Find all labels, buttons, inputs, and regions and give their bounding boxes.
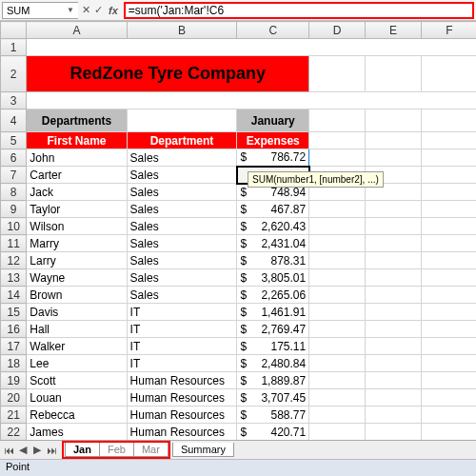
cell[interactable]: $2,431.04 [237, 235, 309, 252]
name-box[interactable]: SUM ▼ [2, 2, 78, 19]
subhead-january[interactable]: January [237, 109, 309, 132]
row-header[interactable]: 19 [1, 372, 27, 389]
cell[interactable]: Sales [127, 149, 237, 167]
cell[interactable]: $420.71 [237, 424, 309, 441]
column-header-F[interactable]: F [422, 22, 476, 39]
row-header[interactable]: 13 [1, 269, 27, 287]
cell[interactable]: $175.11 [237, 338, 309, 355]
column-header-C[interactable]: C [237, 22, 309, 39]
sheet-tab-mar[interactable]: Mar [133, 443, 169, 457]
cell[interactable]: Human Resources [127, 407, 237, 424]
row-header[interactable]: 2 [1, 56, 27, 92]
formula-tooltip: SUM(number1, [number2], ...) [248, 171, 384, 188]
row-header[interactable]: 4 [1, 109, 27, 132]
cell[interactable]: Larry [27, 252, 127, 269]
row-header[interactable]: 21 [1, 407, 27, 424]
header-expenses[interactable]: Expenses [237, 132, 309, 149]
cell[interactable]: $2,769.47 [237, 321, 309, 338]
sheet-tab-summary[interactable]: Summary [172, 443, 234, 457]
cell[interactable]: Marry [27, 235, 127, 252]
tab-nav-last-icon[interactable]: ⏭ [45, 444, 58, 457]
row-header[interactable]: 9 [1, 201, 27, 218]
subhead-departments[interactable]: Departments [27, 109, 127, 132]
cell[interactable]: $588.77 [237, 407, 309, 424]
sheet-tab-feb[interactable]: Feb [99, 443, 134, 457]
cell[interactable]: Hall [27, 321, 127, 338]
cell[interactable]: Sales [127, 167, 237, 184]
row-header[interactable]: 10 [1, 218, 27, 235]
cell[interactable]: Carter [27, 167, 127, 184]
cell[interactable]: Brown [27, 287, 127, 304]
cell[interactable]: $3,707.45 [237, 389, 309, 407]
column-header-B[interactable]: B [127, 22, 237, 39]
column-header-A[interactable]: A [27, 22, 127, 39]
cell[interactable]: Sales [127, 235, 237, 252]
cell[interactable]: Taylor [27, 201, 127, 218]
formula-cancel-button[interactable]: ✕ [82, 4, 90, 16]
tab-nav-first-icon[interactable]: ⏮ [2, 444, 15, 457]
column-header-D[interactable]: D [309, 22, 366, 39]
formula-enter-button[interactable]: ✓ [94, 4, 103, 16]
cell[interactable]: Human Resources [127, 372, 237, 389]
cell[interactable]: $1,461.91 [237, 304, 309, 321]
cell[interactable]: James [27, 424, 127, 441]
cell[interactable]: Wayne [27, 269, 127, 287]
tab-nav-prev-icon[interactable]: ◀ [16, 444, 30, 457]
cell[interactable]: Sales [127, 269, 237, 287]
cell[interactable]: Wilson [27, 218, 127, 235]
dropdown-icon[interactable]: ▼ [67, 6, 74, 14]
cell[interactable]: IT [127, 355, 237, 372]
row-header[interactable]: 7 [1, 167, 27, 184]
row-header[interactable]: 3 [1, 92, 27, 109]
cell[interactable]: Lee [27, 355, 127, 372]
fx-icon[interactable]: fx [107, 5, 120, 16]
row-header[interactable]: 8 [1, 184, 27, 201]
cell[interactable]: Jack [27, 184, 127, 201]
row-header[interactable]: 18 [1, 355, 27, 372]
row-header[interactable]: 22 [1, 424, 27, 441]
cell[interactable]: $1,889.87 [237, 372, 309, 389]
cell[interactable]: IT [127, 321, 237, 338]
cell[interactable]: Sales [127, 252, 237, 269]
row-header[interactable]: 6 [1, 149, 27, 167]
cell[interactable]: $878.31 [237, 252, 309, 269]
cell-C6[interactable]: $786.72 [237, 149, 309, 167]
row-header[interactable]: 15 [1, 304, 27, 321]
cell[interactable]: $3,805.01 [237, 269, 309, 287]
row-header[interactable]: 17 [1, 338, 27, 355]
spreadsheet-grid[interactable]: A B C D E F 1 2 RedZone Tyre Company 3 4… [0, 21, 476, 476]
cell[interactable]: Scott [27, 372, 127, 389]
company-title[interactable]: RedZone Tyre Company [27, 56, 309, 92]
cell[interactable]: Sales [127, 201, 237, 218]
row-header[interactable]: 1 [1, 39, 27, 56]
row-header[interactable]: 16 [1, 321, 27, 338]
cell[interactable]: $2,480.84 [237, 355, 309, 372]
cell[interactable]: IT [127, 338, 237, 355]
row-header[interactable]: 5 [1, 132, 27, 149]
cell[interactable]: Rebecca [27, 407, 127, 424]
cell[interactable]: IT [127, 304, 237, 321]
cell[interactable]: John [27, 149, 127, 167]
header-department[interactable]: Department [127, 132, 237, 149]
select-all-corner[interactable] [1, 22, 27, 39]
cell[interactable]: Sales [127, 184, 237, 201]
cell[interactable]: $2,620.43 [237, 218, 309, 235]
cell[interactable]: $2,265.06 [237, 287, 309, 304]
cell[interactable]: Human Resources [127, 389, 237, 407]
cell[interactable]: Human Resources [127, 424, 237, 441]
tab-nav-next-icon[interactable]: ▶ [30, 444, 44, 457]
header-first-name[interactable]: First Name [27, 132, 127, 149]
cell[interactable]: Louan [27, 389, 127, 407]
column-header-E[interactable]: E [366, 22, 422, 39]
row-header[interactable]: 12 [1, 252, 27, 269]
cell[interactable]: Sales [127, 218, 237, 235]
cell[interactable]: Davis [27, 304, 127, 321]
cell[interactable]: $467.87 [237, 201, 309, 218]
cell[interactable]: Walker [27, 338, 127, 355]
formula-bar[interactable]: =sum('Jan:Mar'!C6 [124, 2, 474, 19]
row-header[interactable]: 14 [1, 287, 27, 304]
row-header[interactable]: 20 [1, 389, 27, 407]
sheet-tab-jan[interactable]: Jan [65, 443, 100, 457]
row-header[interactable]: 11 [1, 235, 27, 252]
cell[interactable]: Sales [127, 287, 237, 304]
